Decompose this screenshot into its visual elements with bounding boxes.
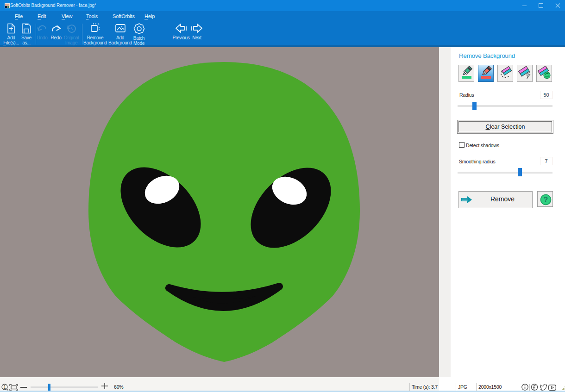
svg-text:1: 1 <box>3 385 6 390</box>
svg-text:?: ? <box>544 196 548 204</box>
